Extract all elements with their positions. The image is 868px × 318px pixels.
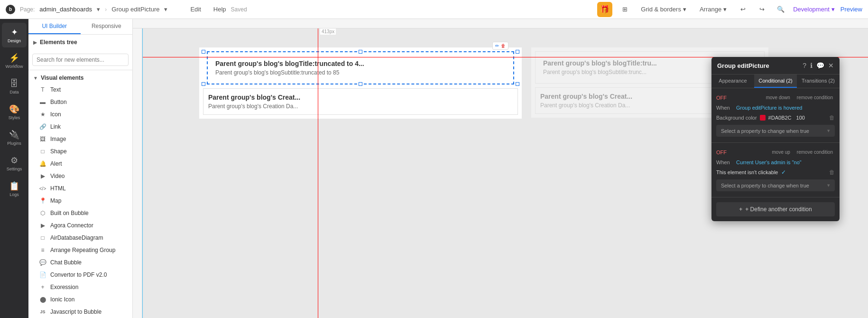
sidebar-item-workflow[interactable]: ⚡ Workflow [2, 48, 27, 73]
element-iconic[interactable]: ⬤ Ionic Icon [28, 293, 132, 306]
tab-ui-builder[interactable]: UI Builder [28, 19, 81, 34]
logo-icon: b [6, 5, 15, 14]
element-chatbubble-label: Chat Bubble [50, 259, 82, 266]
element-video[interactable]: ▶ Video [28, 170, 132, 182]
sidebar-item-data[interactable]: 🗄 Data [2, 74, 27, 99]
sidebar-item-logs[interactable]: 📋 Logs [2, 177, 27, 201]
element-builtonbubble[interactable]: ⬡ Built on Bubble [28, 207, 132, 219]
cond1-color-swatch [760, 115, 766, 121]
plugins-icon: 🔌 [9, 130, 19, 140]
undo-button[interactable]: ↩ [736, 3, 749, 16]
elements-tree-header[interactable]: ▶ Elements tree [28, 37, 132, 48]
topbar: b Page: admin_dashboards ▾ › Group editP… [0, 0, 868, 19]
group-dropdown-icon[interactable]: ▾ [164, 6, 167, 13]
topbar-right: 🎁 ⊞ Grid & borders▾ Arrange▾ ↩ ↪ 🔍 Devel… [597, 2, 862, 17]
element-agora[interactable]: ▶ Agora Connector [28, 219, 132, 232]
map-icon: 📍 [39, 197, 46, 205]
sidebar-item-styles[interactable]: 🎨 Styles [2, 100, 27, 124]
handle-bottomleft[interactable] [202, 82, 205, 86]
help-action[interactable]: Help [213, 6, 226, 13]
define-condition-button[interactable]: + + Define another condition [716, 202, 835, 216]
tab-appearance[interactable]: Appearance [711, 75, 754, 88]
element-link[interactable]: 🔗 Link [28, 121, 132, 133]
development-dropdown[interactable]: Development▾ [793, 6, 835, 13]
visual-elements-header[interactable]: ▼ Visual elements [28, 72, 132, 84]
element-alert[interactable]: 🔔 Alert [28, 158, 132, 170]
handle-topleft[interactable] [202, 50, 205, 54]
tab-transitions[interactable]: Transitions (2) [797, 75, 840, 88]
search-input[interactable] [32, 54, 129, 66]
card1-container[interactable]: Parent group's blog's blogTitle:truncate… [203, 51, 518, 84]
cond2-remove[interactable]: remove condition [795, 149, 835, 156]
element-jsbubble[interactable]: JS Javascript to Bubble [28, 306, 132, 318]
cond1-when-value[interactable]: Group editPicture is hovered [736, 105, 802, 111]
data-icon: 🗄 [10, 79, 18, 89]
element-image[interactable]: 🖼 Image [28, 133, 132, 145]
px-label: 413px [320, 28, 336, 35]
tab-conditional[interactable]: Conditional (2) [754, 75, 797, 88]
topbar-separator: › [105, 6, 107, 13]
tab-responsive[interactable]: Responsive [81, 19, 133, 34]
dialog-chat-icon[interactable]: 💬 [816, 62, 824, 69]
grid-borders-dropdown[interactable]: Grid & borders▾ [637, 4, 690, 15]
redo-button[interactable]: ↪ [755, 3, 768, 16]
element-chatbubble[interactable]: 💬 Chat Bubble [28, 256, 132, 269]
cond2-clickable-check[interactable]: ✓ [781, 169, 786, 176]
cond1-color-value[interactable]: #DA0B2C [768, 115, 792, 121]
elements-tree-label: Elements tree [40, 39, 77, 46]
element-arrange[interactable]: ≡ Arrange Repeating Group [28, 244, 132, 256]
dialog-close-icon[interactable]: ✕ [828, 62, 834, 69]
sidebar-item-design[interactable]: ✦ Design [2, 23, 27, 47]
cond1-select-property[interactable]: Select a property to change when true ▾ [716, 125, 835, 137]
edit-pencil-icon[interactable]: ✏ [495, 43, 499, 48]
element-map[interactable]: 📍 Map [28, 195, 132, 207]
builtonbubble-icon: ⬡ [39, 209, 46, 217]
guide-line-vertical [318, 28, 318, 318]
cond2-select-property[interactable]: Select a property to change when true ▾ [716, 179, 835, 191]
element-shape[interactable]: □ Shape [28, 145, 132, 158]
element-text[interactable]: T Text [28, 84, 132, 96]
element-airdb[interactable]: □ AirDatabaseDiagram [28, 232, 132, 244]
element-convertor[interactable]: 📄 Convertor to PDF v2.0 [28, 269, 132, 281]
cond1-prop-delete[interactable]: 🗑 [829, 114, 835, 121]
cond1-when-row: When Group editPicture is hovered [711, 103, 840, 112]
cond2-clickable-row: This element isn't clickable ✓ 🗑 [711, 167, 840, 178]
cond2-clickable-delete[interactable]: 🗑 [829, 169, 835, 176]
cond1-status[interactable]: OFF [716, 95, 727, 101]
element-builtonbubble-label: Built on Bubble [50, 210, 89, 216]
group-name[interactable]: Group editPicture [111, 6, 159, 13]
edit-action[interactable]: Edit [190, 6, 201, 13]
element-shape-label: Shape [50, 148, 67, 155]
dialog-help-icon[interactable]: ? [803, 62, 806, 69]
preview-button[interactable]: Preview [840, 6, 862, 13]
dialog: Group editPicture ? ℹ 💬 ✕ Appearance Con… [711, 57, 840, 221]
agora-icon: ▶ [39, 222, 46, 229]
page-name[interactable]: admin_dashboards [39, 6, 92, 13]
element-icon[interactable]: ★ Icon [28, 108, 132, 121]
card2[interactable]: Parent group's blog's Creat... Parent gr… [203, 88, 518, 115]
sidebar-item-plugins[interactable]: 🔌 Plugins [2, 125, 27, 150]
element-icon-label: Icon [50, 111, 61, 118]
handle-bottomright[interactable] [516, 82, 519, 86]
handle-topright[interactable] [516, 50, 519, 54]
element-expression[interactable]: + Exoression [28, 281, 132, 293]
page-dropdown-icon[interactable]: ▾ [97, 6, 100, 13]
cond1-movedown[interactable]: move down [764, 94, 792, 101]
card1[interactable]: Parent group's blog's blogTitle:truncate… [207, 51, 514, 84]
cond2-when-value[interactable]: Current User's admin is "no" [736, 159, 802, 165]
gift-icon[interactable]: 🎁 [597, 2, 612, 17]
element-button[interactable]: ▬ Button [28, 96, 132, 108]
arrange-dropdown[interactable]: Arrange▾ [696, 4, 730, 15]
element-button-label: Button [50, 99, 67, 105]
search-button[interactable]: 🔍 [774, 3, 787, 16]
element-html[interactable]: </> HTML [28, 182, 132, 195]
cond2-status[interactable]: OFF [716, 150, 727, 155]
page-label: Page: [20, 6, 35, 13]
element-convertor-label: Convertor to PDF v2.0 [50, 271, 107, 278]
dialog-title: Group editPicture [717, 62, 803, 69]
sidebar-item-settings[interactable]: ⚙ Settings [2, 151, 27, 176]
cond1-remove[interactable]: remove condition [795, 94, 835, 101]
edit-delete-icon[interactable]: 🗑 [501, 43, 506, 48]
dialog-info-icon[interactable]: ℹ [810, 62, 813, 69]
cond2-moveup[interactable]: move up [770, 149, 792, 156]
